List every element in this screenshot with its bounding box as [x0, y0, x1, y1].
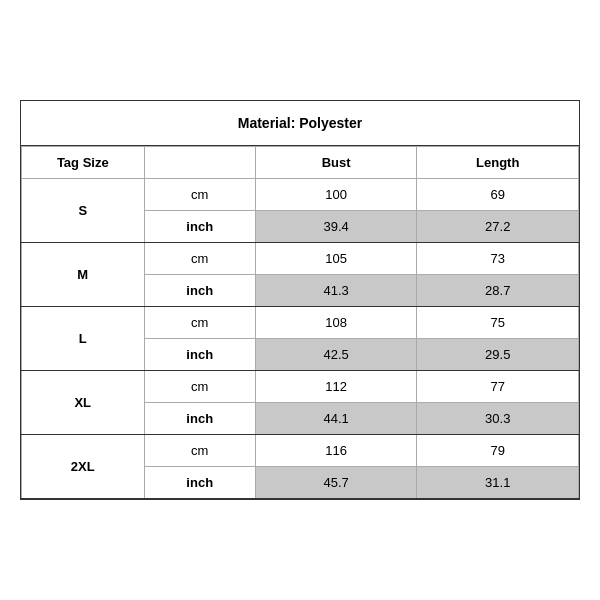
table-header-row: Tag Size Bust Length: [22, 147, 579, 179]
bust-value: 45.7: [255, 467, 417, 499]
bust-value: 108: [255, 307, 417, 339]
length-value: 73: [417, 243, 579, 275]
length-value: 30.3: [417, 403, 579, 435]
unit-cell: cm: [144, 435, 255, 467]
tag-size-cell: XL: [22, 371, 145, 435]
bust-value: 100: [255, 179, 417, 211]
bust-value: 42.5: [255, 339, 417, 371]
tag-size-cell: L: [22, 307, 145, 371]
bust-value: 116: [255, 435, 417, 467]
tag-size-cell: S: [22, 179, 145, 243]
unit-cell: cm: [144, 243, 255, 275]
table-row: Mcm10573: [22, 243, 579, 275]
tag-size-cell: M: [22, 243, 145, 307]
unit-cell: cm: [144, 371, 255, 403]
length-value: 75: [417, 307, 579, 339]
length-value: 27.2: [417, 211, 579, 243]
length-value: 69: [417, 179, 579, 211]
length-value: 79: [417, 435, 579, 467]
bust-value: 41.3: [255, 275, 417, 307]
unit-cell: cm: [144, 179, 255, 211]
length-header: Length: [417, 147, 579, 179]
unit-cell: inch: [144, 339, 255, 371]
length-value: 29.5: [417, 339, 579, 371]
tag-size-cell: 2XL: [22, 435, 145, 499]
tag-size-header: Tag Size: [22, 147, 145, 179]
unit-cell: inch: [144, 211, 255, 243]
unit-cell: inch: [144, 467, 255, 499]
table-row: Lcm10875: [22, 307, 579, 339]
unit-cell: cm: [144, 307, 255, 339]
chart-title: Material: Polyester: [21, 101, 579, 146]
bust-value: 44.1: [255, 403, 417, 435]
size-chart-container: Material: Polyester Tag Size Bust Length…: [20, 100, 580, 500]
table-row: XLcm11277: [22, 371, 579, 403]
bust-value: 105: [255, 243, 417, 275]
bust-value: 112: [255, 371, 417, 403]
unit-cell: inch: [144, 403, 255, 435]
table-row: Scm10069: [22, 179, 579, 211]
length-value: 77: [417, 371, 579, 403]
bust-value: 39.4: [255, 211, 417, 243]
size-table: Tag Size Bust Length Scm10069inch39.427.…: [21, 146, 579, 499]
bust-header: Bust: [255, 147, 417, 179]
table-row: 2XLcm11679: [22, 435, 579, 467]
length-value: 28.7: [417, 275, 579, 307]
length-value: 31.1: [417, 467, 579, 499]
unit-cell: inch: [144, 275, 255, 307]
